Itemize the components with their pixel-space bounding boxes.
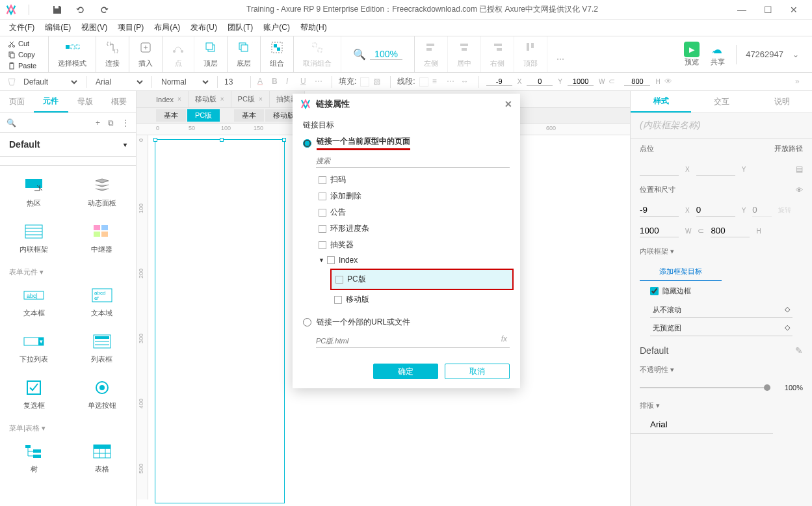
radio-internal-page[interactable]: 链接一个当前原型中的页面 <box>303 136 510 150</box>
ok-button[interactable]: 确定 <box>373 364 438 379</box>
tree-node[interactable]: 抽奖器 <box>319 237 510 253</box>
tree-node-index[interactable]: ▼Index <box>319 253 510 267</box>
url-input[interactable] <box>316 334 510 348</box>
app-logo-icon <box>300 99 311 109</box>
cancel-button[interactable]: 取消 <box>445 364 510 379</box>
tree-node[interactable]: 添加删除 <box>319 188 510 204</box>
tree-node[interactable]: 公告 <box>319 204 510 220</box>
link-target-label: 链接目标 <box>303 120 510 131</box>
tree-node-pc-selected[interactable]: PC版 <box>330 269 514 290</box>
modal-title: 链接属性 <box>316 98 350 110</box>
tree-node[interactable]: 扫码 <box>319 172 510 188</box>
page-search-input[interactable] <box>316 154 510 168</box>
close-icon[interactable]: ✕ <box>504 99 512 109</box>
link-properties-modal: 链接属性 ✕ 链接目标 链接一个当前原型中的页面 扫码 添加删除 公告 环形进度… <box>293 94 520 388</box>
modal-overlay: 链接属性 ✕ 链接目标 链接一个当前原型中的页面 扫码 添加删除 公告 环形进度… <box>0 0 812 506</box>
tree-node-mobile[interactable]: 移动版 <box>334 291 510 308</box>
radio-external-url[interactable]: 链接一个外部的URL或文件 <box>303 317 510 328</box>
fx-icon[interactable]: fx <box>501 334 507 343</box>
tree-node[interactable]: 环形进度条 <box>319 220 510 237</box>
page-tree: 扫码 添加删除 公告 环形进度条 抽奖器 ▼Index PC版 移动版 <box>319 172 510 308</box>
